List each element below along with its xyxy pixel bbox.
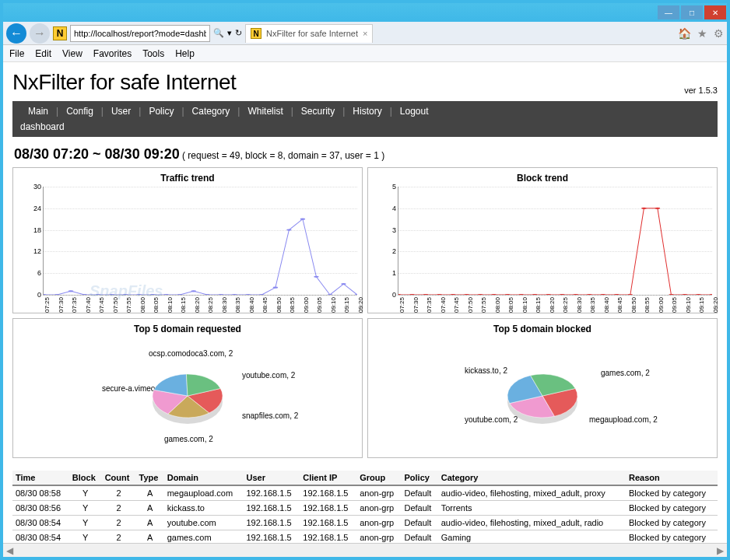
page-title: NxFilter for safe Internet	[12, 70, 236, 95]
svg-point-0	[44, 294, 46, 295]
browser-tab[interactable]: N NxFilter for safe Internet ×	[245, 24, 373, 43]
column-header[interactable]: Time	[12, 471, 69, 485]
column-header[interactable]: Client IP	[300, 471, 356, 485]
menu-file[interactable]: File	[9, 48, 24, 59]
stop-icon[interactable]: ▾	[227, 28, 232, 38]
nav-security[interactable]: Security	[301, 106, 335, 117]
favorites-icon[interactable]: ★	[697, 27, 707, 40]
column-header[interactable]: Policy	[402, 471, 438, 485]
svg-point-21	[328, 294, 332, 295]
nav-policy[interactable]: Policy	[149, 106, 174, 117]
nav-config[interactable]: Config	[66, 106, 93, 117]
table-row[interactable]: 08/30 08:58Y2Amegaupload.com192.168.1.51…	[12, 485, 718, 501]
svg-point-32	[505, 294, 510, 295]
column-header[interactable]: User	[243, 471, 300, 485]
menu-view[interactable]: View	[62, 48, 82, 59]
traffic-chart: Traffic trend061218243007:2507:3007:3507…	[12, 167, 363, 313]
menu-edit[interactable]: Edit	[35, 48, 51, 59]
home-icon[interactable]: 🏠	[678, 27, 691, 40]
url-input[interactable]	[74, 29, 206, 38]
svg-point-41	[628, 294, 633, 295]
table-row[interactable]: 08/30 08:56Y2Akickass.to192.168.1.5192.1…	[12, 501, 718, 516]
svg-point-18	[286, 229, 291, 230]
window-close-button[interactable]: ✕	[704, 5, 726, 19]
svg-point-40	[614, 294, 619, 295]
log-table: TimeBlockCountTypeDomainUserClient IPGro…	[12, 471, 718, 543]
svg-point-42	[641, 208, 646, 209]
menu-help[interactable]: Help	[175, 48, 195, 59]
svg-point-13	[219, 294, 223, 295]
table-row[interactable]: 08/30 08:54Y2Agames.com192.168.1.5192.16…	[12, 530, 718, 544]
tab-favicon-icon: N	[251, 28, 261, 39]
window-minimize-button[interactable]: —	[658, 5, 679, 19]
window-titlebar: — □ ✕	[3, 3, 727, 22]
address-bar[interactable]	[70, 25, 210, 42]
svg-point-26	[423, 294, 428, 295]
column-header[interactable]: Category	[438, 471, 626, 485]
browser-toolbar: ← → N 🔍 ▾ ↻ N NxFilter for safe Internet…	[3, 22, 727, 45]
svg-point-9	[163, 294, 168, 295]
menu-favorites[interactable]: Favorites	[93, 48, 132, 59]
table-row[interactable]: 08/30 08:54Y2Ayoutube.com192.168.1.5192.…	[12, 516, 718, 530]
block-chart: Block trend01234507:2507:3007:3507:4007:…	[367, 167, 718, 313]
column-header[interactable]: Domain	[164, 471, 244, 485]
menu-bar: FileEditViewFavoritesToolsHelp	[3, 45, 727, 62]
pie-label: games.com, 2	[601, 369, 650, 377]
column-header[interactable]: Block	[69, 471, 102, 485]
chart-title: Top 5 domain requested	[18, 324, 357, 334]
version-label: ver 1.5.3	[684, 86, 718, 95]
svg-point-4	[96, 294, 100, 295]
column-header[interactable]: Group	[356, 471, 401, 485]
svg-point-38	[587, 294, 591, 295]
site-icon: N	[53, 26, 67, 40]
svg-point-33	[518, 294, 523, 295]
svg-point-11	[191, 290, 196, 292]
stats-summary: ( request = 49, block = 8, domain = 37, …	[182, 150, 384, 161]
column-header[interactable]: Type	[135, 471, 163, 485]
search-icon[interactable]: 🔍	[213, 28, 224, 38]
svg-point-37	[574, 294, 578, 295]
svg-point-14	[232, 294, 237, 295]
chart-title: Traffic trend	[18, 173, 357, 184]
nav-category[interactable]: Category	[192, 106, 230, 117]
scroll-left-icon[interactable]: ◀	[6, 545, 13, 556]
svg-point-35	[546, 294, 551, 295]
breadcrumb: dashboard	[20, 121, 710, 132]
site-nav: Main|Config|User|Policy|Category|Whiteli…	[12, 101, 718, 137]
column-header[interactable]: Reason	[626, 471, 718, 485]
svg-point-29	[464, 294, 469, 295]
refresh-icon[interactable]: ↻	[235, 28, 242, 38]
column-header[interactable]: Count	[102, 471, 136, 485]
back-button[interactable]: ←	[6, 23, 26, 44]
svg-point-20	[314, 276, 318, 278]
svg-point-22	[341, 283, 346, 285]
page-content: NxFilter for safe Internet ver 1.5.3 Mai…	[3, 62, 727, 543]
scroll-right-icon[interactable]: ▶	[717, 545, 724, 556]
settings-icon[interactable]: ⚙	[714, 27, 724, 40]
top-requested-chart: Top 5 domain requestedyoutube.com, 2snap…	[12, 318, 363, 458]
horizontal-scrollbar[interactable]: ◀ ▶	[3, 543, 727, 557]
svg-point-39	[601, 294, 605, 295]
nav-whitelist[interactable]: Whitelist	[247, 106, 283, 117]
nav-main[interactable]: Main	[28, 106, 48, 117]
pie-label: games.com, 2	[164, 435, 213, 443]
forward-button[interactable]: →	[30, 23, 50, 44]
pie-label: snapfiles.com, 2	[242, 411, 298, 420]
svg-point-19	[300, 219, 305, 220]
window-maximize-button[interactable]: □	[681, 5, 703, 19]
nav-logout[interactable]: Logout	[400, 106, 429, 117]
svg-point-47	[710, 294, 712, 295]
svg-point-45	[683, 294, 687, 295]
nav-history[interactable]: History	[353, 106, 381, 117]
time-range: 08/30 07:20 ~ 08/30 09:20	[14, 146, 180, 162]
tab-close-icon[interactable]: ×	[363, 29, 367, 38]
svg-point-30	[478, 294, 483, 295]
svg-point-17	[273, 287, 278, 289]
svg-point-7	[136, 294, 141, 295]
nav-user[interactable]: User	[111, 106, 131, 117]
url-tools: 🔍 ▾ ↻	[213, 28, 242, 38]
svg-point-6	[123, 294, 128, 295]
pie-label: youtube.com, 2	[242, 371, 295, 380]
svg-point-44	[669, 294, 673, 295]
menu-tools[interactable]: Tools	[142, 48, 164, 59]
